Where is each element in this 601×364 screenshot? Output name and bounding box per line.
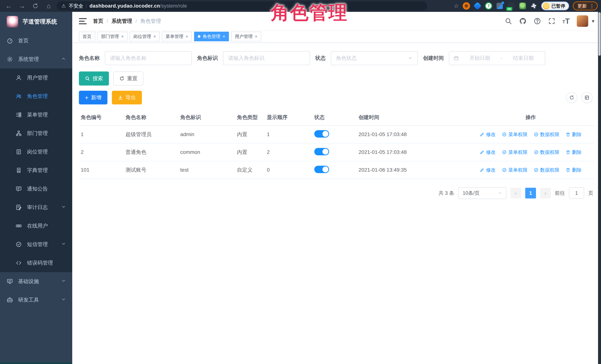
sidebar-item-dict[interactable]: 字典管理 [0,161,72,180]
refresh-icon[interactable] [566,92,577,103]
start-date-placeholder[interactable]: 开始日期 [462,55,497,62]
status-select[interactable]: 角色状态 [331,51,418,65]
user-avatar[interactable] [577,15,588,27]
date-range-picker[interactable]: 开始日期 - 结束日期 [449,51,545,65]
role-name-input[interactable] [105,51,192,65]
tag-home[interactable]: 首页 [79,32,95,41]
menu-permission-link[interactable]: 菜单权限 [502,167,528,173]
search-icon[interactable] [505,17,512,25]
page-number-1[interactable]: 1 [525,188,536,198]
trash-icon [566,132,571,137]
font-size-icon[interactable]: TT [562,18,570,24]
caret-down-icon[interactable]: ▾ [592,18,594,24]
export-button[interactable]: 导出 [112,91,142,104]
sidebar-item-posts[interactable]: 岗位管理 [0,143,72,161]
close-icon[interactable]: × [223,34,225,39]
status-toggle[interactable] [314,130,329,138]
search-button[interactable]: 搜索 [79,71,109,86]
extension-icon-dark[interactable]: on [507,2,515,10]
next-page-button[interactable]: › [540,188,551,198]
tag-departments[interactable]: 部门管理× [97,32,127,41]
sidebar-item-label: 菜单管理 [27,111,48,118]
kebab-menu-icon[interactable]: ⋮ [589,3,594,9]
browser-forward-icon[interactable]: → [17,1,27,11]
browser-update-button[interactable]: 更新 ⋮ [573,1,598,10]
close-icon[interactable]: × [153,34,156,39]
edit-link[interactable]: 修改 [480,131,496,138]
circle-check-icon [502,167,507,172]
fullscreen-icon[interactable] [548,17,555,25]
address-bar[interactable]: ⚠ 不安全 dashboard.yudao.iocoder.cn/system/… [57,1,427,10]
extensions-puzzle-icon[interactable] [530,2,538,10]
column-settings-icon[interactable] [581,92,592,103]
sidebar-item-departments[interactable]: 部门管理 [0,124,72,143]
sidebar-item-menus[interactable]: 菜单管理 [0,106,72,124]
header-role-id: 角色编号 [79,109,124,126]
browser-back-icon[interactable]: ← [3,1,14,11]
sidebar-item-users[interactable]: 用户管理 [0,69,72,87]
close-icon[interactable]: × [121,34,124,39]
extension-icon-grid[interactable] [496,2,503,10]
tag-users[interactable]: 用户管理× [231,32,261,41]
menu-permission-link[interactable]: 菜单权限 [502,149,528,156]
browser-reload-icon[interactable] [30,1,41,11]
close-icon[interactable]: × [186,34,188,39]
tag-roles-active[interactable]: 角色管理× [194,32,229,41]
extension-icon-green[interactable] [519,2,526,10]
breadcrumb-system[interactable]: 系统管理 [111,18,132,25]
sidebar-item-infrastructure[interactable]: 基础设施 [0,272,72,291]
close-icon[interactable]: × [255,34,257,39]
end-date-placeholder[interactable]: 结束日期 [506,55,541,62]
extension-icon-orange[interactable] [463,2,470,10]
sidebar-item-home[interactable]: 首页 [0,31,72,50]
data-permission-link[interactable]: 数据权限 [534,149,559,156]
extension-icon-gem[interactable] [474,2,481,10]
profile-paused-chip[interactable]: 已暂停 [541,1,569,10]
sidebar-item-error-codes[interactable]: 错误码管理 [0,254,72,272]
help-icon[interactable] [534,17,541,25]
page-size-select[interactable]: 10条/页 [458,187,506,199]
bookmark-star-icon[interactable]: ☆ [454,2,459,10]
sidebar-item-notice[interactable]: 通知公告 [0,180,72,198]
add-button[interactable]: + 新增 [79,91,107,104]
trash-icon [566,167,571,172]
reset-button[interactable]: 重置 [113,71,143,86]
delete-link[interactable]: 删除 [566,167,581,173]
goto-page-input[interactable] [569,187,584,199]
scrollbar-thumb[interactable] [598,12,601,56]
menu-permission-link[interactable]: 菜单权限 [502,131,528,138]
cell-create-time: 2021-01-06 13:49:35 [357,161,467,179]
hamburger-icon[interactable] [79,18,87,24]
breadcrumb-home[interactable]: 首页 [93,18,103,25]
sidebar-item-roles[interactable]: 角色管理 [0,87,72,106]
role-key-input[interactable] [223,51,310,65]
status-toggle[interactable] [314,166,329,173]
status-toggle[interactable] [314,148,329,155]
delete-link[interactable]: 删除 [566,149,581,156]
sidebar-item-label: 研发工具 [18,296,39,304]
sidebar-item-label: 通知公告 [27,185,48,192]
edit-link[interactable]: 修改 [480,167,496,173]
edit-icon [480,167,484,172]
app-title: 芋道管理系统 [23,18,57,26]
browser-scrollbar[interactable] [598,12,601,364]
data-permission-link[interactable]: 数据权限 [534,167,559,173]
sidebar-item-dev-tools[interactable]: 研发工具 [0,291,72,309]
browser-home-icon[interactable]: ⌂ [43,1,54,11]
sidebar-item-system[interactable]: 系统管理 [0,50,72,69]
sidebar-item-sms[interactable]: 短信管理 [0,235,72,254]
app-logo-row[interactable]: 芋道管理系统 [0,12,72,31]
data-permission-link[interactable]: 数据权限 [534,131,559,138]
sidebar-item-audit-log[interactable]: 审计日志 [0,198,72,217]
sidebar-item-online-users[interactable]: 在线用户 [0,217,72,235]
cell-role-type: 自定义 [235,161,265,179]
github-icon[interactable] [519,17,527,25]
edit-link[interactable]: 修改 [480,149,496,156]
prev-page-button[interactable]: ‹ [511,188,521,198]
delete-link[interactable]: 删除 [566,131,581,138]
tag-posts[interactable]: 岗位管理× [130,32,160,41]
cell-role-id: 101 [79,161,124,179]
cell-role-key: test [178,161,235,179]
tag-menus[interactable]: 菜单管理× [162,32,192,41]
extension-icon-progress[interactable]: 7 [485,2,492,10]
